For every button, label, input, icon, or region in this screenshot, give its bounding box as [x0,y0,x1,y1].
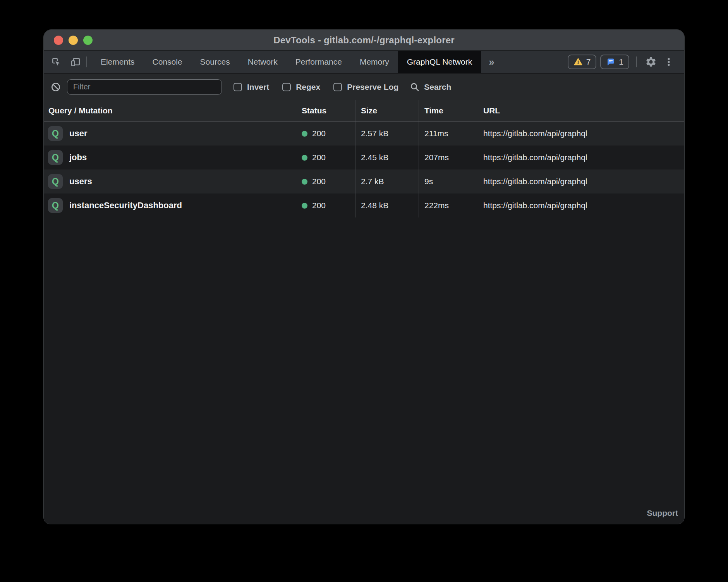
filter-bar: Invert Regex Preserve Log Search [44,74,684,100]
devtools-tab-bar: Elements Console Sources Network Perform… [44,51,684,74]
status-code: 200 [312,153,326,162]
table-header: Query / Mutation Status Size Time URL [44,100,684,122]
request-url: https://gitlab.com/api/graphql [483,177,587,186]
status-ok-dot-icon [302,203,307,209]
toolbar-left-icons [44,51,82,73]
response-time: 207ms [424,153,449,162]
desktop-background: DevTools - gitlab.com/-/graphql-explorer [0,0,728,582]
clear-block-icon[interactable] [49,80,62,94]
more-tabs-chevron-icon[interactable]: » [481,51,502,73]
tab-console[interactable]: Console [144,51,191,73]
response-time: 222ms [424,201,449,210]
table-row[interactable]: Q users 200 2.7 kB 9s https://gitlab.com… [44,169,684,193]
zoom-window-button[interactable] [83,36,93,45]
invert-label: Invert [247,82,269,92]
regex-checkbox[interactable] [282,83,291,91]
request-url: https://gitlab.com/api/graphql [483,129,587,138]
column-header-url[interactable]: URL [478,100,684,121]
status-code: 200 [312,201,326,210]
title-bar: DevTools - gitlab.com/-/graphql-explorer [44,30,684,51]
minimize-window-button[interactable] [69,36,78,45]
column-header-time[interactable]: Time [419,100,478,121]
devtools-window: DevTools - gitlab.com/-/graphql-explorer [43,29,685,524]
response-time: 9s [424,177,433,186]
query-type-badge: Q [48,174,63,189]
status-code: 200 [312,177,326,186]
table-row[interactable]: Q user 200 2.57 kB 211ms https://gitlab.… [44,122,684,146]
empty-table-area: Support [44,217,684,524]
regex-checkbox-group[interactable]: Regex [282,82,320,92]
message-bubble-icon [606,57,615,67]
invert-checkbox[interactable] [234,83,242,91]
toggle-device-toolbar-icon[interactable] [69,55,82,69]
preserve-log-checkbox-group[interactable]: Preserve Log [333,82,398,92]
inspect-element-icon[interactable] [49,55,63,69]
response-size: 2.57 kB [361,129,388,138]
invert-checkbox-group[interactable]: Invert [234,82,269,92]
status-code: 200 [312,129,326,138]
search-button[interactable]: Search [409,82,451,92]
tab-memory[interactable]: Memory [351,51,398,73]
settings-gear-icon[interactable] [644,55,658,69]
column-header-status[interactable]: Status [296,100,355,121]
query-name: instanceSecurityDashboard [69,200,182,211]
more-options-kebab-icon[interactable] [662,55,676,69]
tab-elements[interactable]: Elements [92,51,144,73]
query-type-badge: Q [48,198,63,213]
column-header-size[interactable]: Size [355,100,419,121]
tab-sources[interactable]: Sources [191,51,239,73]
table-row[interactable]: Q jobs 200 2.45 kB 207ms https://gitlab.… [44,146,684,169]
query-name: jobs [69,152,87,163]
response-size: 2.45 kB [361,153,388,162]
response-size: 2.48 kB [361,201,388,210]
request-url: https://gitlab.com/api/graphql [483,153,587,162]
status-ok-dot-icon [302,179,307,185]
query-name: user [69,128,87,139]
panel-tabs: Elements Console Sources Network Perform… [92,51,481,73]
regex-label: Regex [296,82,320,92]
support-link[interactable]: Support [647,508,678,518]
query-type-badge: Q [48,150,63,165]
warning-triangle-icon [573,57,583,67]
request-url: https://gitlab.com/api/graphql [483,201,587,210]
table-row[interactable]: Q instanceSecurityDashboard 200 2.48 kB … [44,193,684,217]
toolbar-divider [86,56,87,67]
controls-divider [636,56,637,67]
search-icon [409,82,420,92]
response-size: 2.7 kB [361,177,384,186]
status-ok-dot-icon [302,155,307,161]
close-window-button[interactable] [54,36,63,45]
tab-network[interactable]: Network [239,51,287,73]
response-time: 211ms [424,129,448,138]
tab-performance[interactable]: Performance [287,51,351,73]
query-name: users [69,176,92,187]
messages-badge[interactable]: 1 [600,55,629,69]
status-ok-dot-icon [302,131,307,137]
window-title: DevTools - gitlab.com/-/graphql-explorer [273,35,455,46]
preserve-log-label: Preserve Log [347,82,398,92]
tab-bar-spacer [502,51,568,73]
toolbar-right-controls: 7 1 [568,51,684,73]
filter-input[interactable] [67,79,222,95]
search-label: Search [424,82,451,92]
traffic-lights [54,30,93,50]
query-type-badge: Q [48,126,63,141]
warnings-count: 7 [586,57,591,67]
messages-count: 1 [619,57,623,67]
tab-graphql-network[interactable]: GraphQL Network [398,51,481,73]
column-header-query-mutation[interactable]: Query / Mutation [44,100,296,121]
warnings-badge[interactable]: 7 [568,55,597,69]
preserve-log-checkbox[interactable] [333,83,342,91]
